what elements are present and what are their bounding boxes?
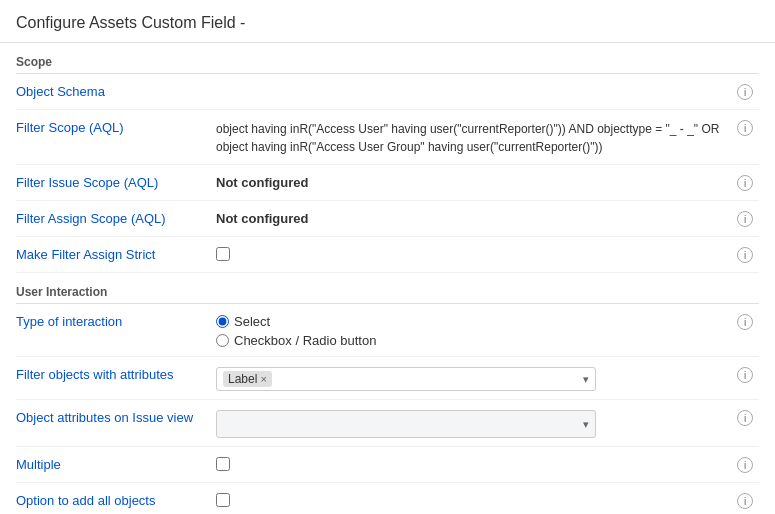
make-filter-assign-strict-value bbox=[216, 245, 731, 261]
filter-assign-scope-info-icon[interactable]: i bbox=[737, 211, 753, 227]
filter-scope-info-icon[interactable]: i bbox=[737, 120, 753, 136]
object-attributes-info-icon[interactable]: i bbox=[737, 410, 753, 426]
make-filter-assign-strict-checkbox-wrapper bbox=[216, 247, 731, 261]
option-add-all-row: Option to add all objects i bbox=[16, 483, 759, 514]
filter-objects-info-icon[interactable]: i bbox=[737, 367, 753, 383]
type-of-interaction-info[interactable]: i bbox=[731, 312, 759, 330]
filter-assign-scope-value: Not configured bbox=[216, 209, 731, 226]
radio-checkbox-input[interactable] bbox=[216, 334, 229, 347]
type-of-interaction-info-icon[interactable]: i bbox=[737, 314, 753, 330]
scope-section: Scope Object Schema i Filter Scope (AQL)… bbox=[16, 43, 759, 273]
object-attributes-info[interactable]: i bbox=[731, 408, 759, 426]
page-title: Configure Assets Custom Field - bbox=[16, 14, 245, 31]
type-of-interaction-radio-group: Select Checkbox / Radio button bbox=[216, 314, 731, 348]
label-tag-text: Label bbox=[228, 372, 257, 386]
option-add-all-value bbox=[216, 491, 731, 507]
radio-select-input[interactable] bbox=[216, 315, 229, 328]
multiple-checkbox-wrapper bbox=[216, 457, 731, 471]
main-content: Scope Object Schema i Filter Scope (AQL)… bbox=[0, 43, 775, 514]
label-tag-remove[interactable]: × bbox=[260, 373, 266, 385]
multiple-label[interactable]: Multiple bbox=[16, 455, 216, 472]
filter-objects-select-inner: Label × bbox=[223, 371, 583, 387]
option-add-all-info[interactable]: i bbox=[731, 491, 759, 509]
make-filter-assign-strict-row: Make Filter Assign Strict i bbox=[16, 237, 759, 273]
object-attributes-row: Object attributes on Issue view ▾ i bbox=[16, 400, 759, 447]
type-of-interaction-label: Type of interaction bbox=[16, 312, 216, 329]
option-add-all-label[interactable]: Option to add all objects bbox=[16, 491, 216, 508]
filter-scope-value: object having inR("Access User" having u… bbox=[216, 118, 731, 156]
filter-assign-scope-row: Filter Assign Scope (AQL) Not configured… bbox=[16, 201, 759, 237]
user-interaction-section: User Interaction Type of interaction Sel… bbox=[16, 273, 759, 514]
multiple-info-icon[interactable]: i bbox=[737, 457, 753, 473]
type-of-interaction-row: Type of interaction Select Checkbox / Ra… bbox=[16, 304, 759, 357]
option-add-all-checkbox[interactable] bbox=[216, 493, 230, 507]
user-interaction-section-header: User Interaction bbox=[16, 273, 759, 304]
object-schema-label[interactable]: Object Schema bbox=[16, 82, 216, 99]
filter-issue-scope-value: Not configured bbox=[216, 173, 731, 190]
make-filter-assign-strict-info-icon[interactable]: i bbox=[737, 247, 753, 263]
filter-objects-select[interactable]: Label × ▾ bbox=[216, 367, 596, 391]
option-add-all-checkbox-wrapper bbox=[216, 493, 731, 507]
page-header: Configure Assets Custom Field - bbox=[0, 0, 775, 43]
filter-objects-value: Label × ▾ bbox=[216, 365, 731, 391]
object-schema-info[interactable]: i bbox=[731, 82, 759, 100]
multiple-row: Multiple i bbox=[16, 447, 759, 483]
filter-scope-label[interactable]: Filter Scope (AQL) bbox=[16, 118, 216, 135]
multiple-value bbox=[216, 455, 731, 471]
filter-objects-label[interactable]: Filter objects with attributes bbox=[16, 365, 216, 382]
filter-issue-scope-row: Filter Issue Scope (AQL) Not configured … bbox=[16, 165, 759, 201]
filter-issue-scope-label[interactable]: Filter Issue Scope (AQL) bbox=[16, 173, 216, 190]
make-filter-assign-strict-label[interactable]: Make Filter Assign Strict bbox=[16, 245, 216, 262]
object-schema-row: Object Schema i bbox=[16, 74, 759, 110]
make-filter-assign-strict-checkbox[interactable] bbox=[216, 247, 230, 261]
make-filter-assign-strict-info[interactable]: i bbox=[731, 245, 759, 263]
filter-assign-scope-info[interactable]: i bbox=[731, 209, 759, 227]
filter-issue-scope-info-icon[interactable]: i bbox=[737, 175, 753, 191]
object-attributes-value: ▾ bbox=[216, 408, 731, 438]
multiple-checkbox[interactable] bbox=[216, 457, 230, 471]
option-add-all-info-icon[interactable]: i bbox=[737, 493, 753, 509]
filter-objects-row: Filter objects with attributes Label × ▾… bbox=[16, 357, 759, 400]
radio-checkbox-label: Checkbox / Radio button bbox=[234, 333, 376, 348]
radio-select-option[interactable]: Select bbox=[216, 314, 731, 329]
object-schema-info-icon[interactable]: i bbox=[737, 84, 753, 100]
radio-select-label: Select bbox=[234, 314, 270, 329]
filter-issue-scope-info[interactable]: i bbox=[731, 173, 759, 191]
multiple-info[interactable]: i bbox=[731, 455, 759, 473]
scope-section-header: Scope bbox=[16, 43, 759, 74]
filter-objects-chevron-icon: ▾ bbox=[583, 373, 589, 386]
object-schema-value bbox=[216, 82, 731, 84]
filter-scope-info[interactable]: i bbox=[731, 118, 759, 136]
filter-scope-row: Filter Scope (AQL) object having inR("Ac… bbox=[16, 110, 759, 165]
filter-assign-scope-label[interactable]: Filter Assign Scope (AQL) bbox=[16, 209, 216, 226]
label-tag: Label × bbox=[223, 371, 272, 387]
object-attributes-chevron-icon: ▾ bbox=[583, 418, 589, 431]
type-of-interaction-value: Select Checkbox / Radio button bbox=[216, 312, 731, 348]
radio-checkbox-option[interactable]: Checkbox / Radio button bbox=[216, 333, 731, 348]
object-attributes-select[interactable]: ▾ bbox=[216, 410, 596, 438]
object-attributes-label[interactable]: Object attributes on Issue view bbox=[16, 408, 216, 425]
filter-objects-info[interactable]: i bbox=[731, 365, 759, 383]
